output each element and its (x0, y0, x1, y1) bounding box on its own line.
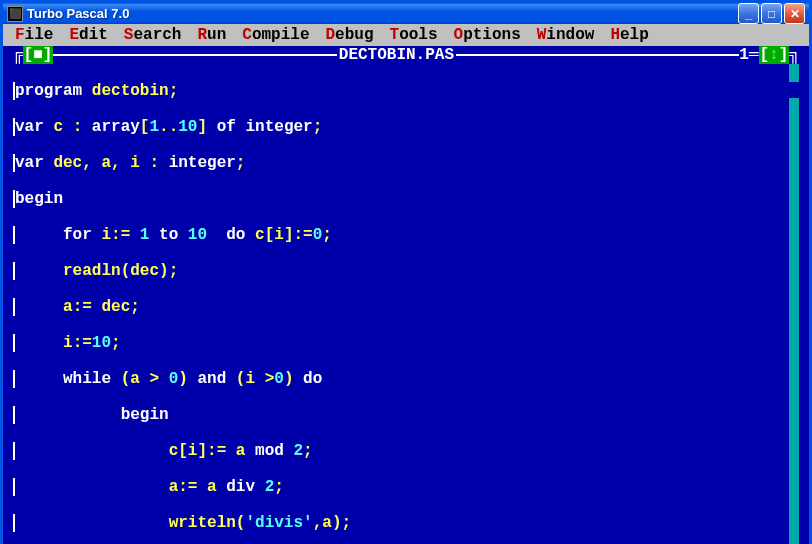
scroll-up-icon[interactable] (789, 64, 799, 82)
title-buttons: _ □ ✕ (738, 3, 805, 24)
menu-help[interactable]: Help (602, 26, 656, 44)
menu-window[interactable]: Window (529, 26, 603, 44)
editor-filename: DECTOBIN.PAS (337, 46, 456, 64)
close-box-icon[interactable]: [■] (23, 46, 54, 64)
menu-compile[interactable]: Compile (234, 26, 317, 44)
editor[interactable]: ╔[■] DECTOBIN.PAS 1═[↕]╗ program dectobi… (3, 46, 809, 544)
app-window: ⬛ Turbo Pascal 7.0 _ □ ✕ File Edit Searc… (0, 0, 812, 544)
menu-edit[interactable]: Edit (61, 26, 115, 44)
vertical-scrollbar[interactable] (789, 64, 799, 544)
window-number: 1 (739, 46, 749, 64)
window-title: Turbo Pascal 7.0 (27, 6, 738, 21)
app-icon: ⬛ (7, 6, 23, 22)
editor-frame-top: ╔[■] DECTOBIN.PAS 1═[↕]╗ (3, 46, 809, 64)
minimize-button[interactable]: _ (738, 3, 759, 24)
menu-debug[interactable]: Debug (318, 26, 382, 44)
close-button[interactable]: ✕ (784, 3, 805, 24)
menu-options[interactable]: Options (446, 26, 529, 44)
menu-run[interactable]: Run (189, 26, 234, 44)
menu-tools[interactable]: Tools (382, 26, 446, 44)
menu-file[interactable]: File (7, 26, 61, 44)
maximize-button[interactable]: □ (761, 3, 782, 24)
scroll-thumb-v[interactable] (789, 82, 799, 98)
scroll-track-v[interactable] (789, 82, 799, 544)
titlebar[interactable]: ⬛ Turbo Pascal 7.0 _ □ ✕ (3, 3, 809, 24)
zoom-box-icon[interactable]: [↕] (759, 46, 790, 64)
code-area[interactable]: program dectobin; var c : array[1..10] o… (3, 64, 809, 544)
menubar: File Edit Search Run Compile Debug Tools… (3, 24, 809, 46)
content-area: File Edit Search Run Compile Debug Tools… (3, 24, 809, 544)
menu-search[interactable]: Search (116, 26, 190, 44)
